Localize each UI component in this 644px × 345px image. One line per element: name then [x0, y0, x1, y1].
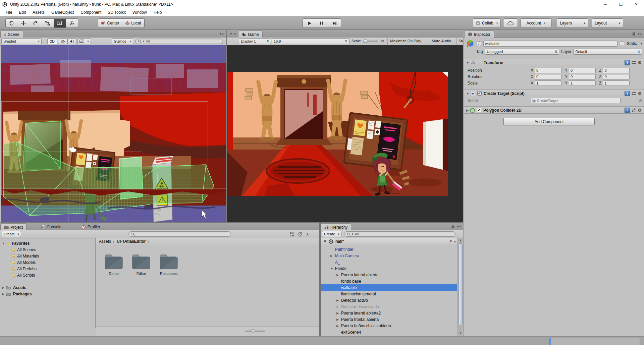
script-object-field[interactable]: CreateTarget [531, 98, 621, 103]
add-component-button[interactable]: Add Component [503, 118, 595, 125]
hierarchy-item-puerta-lateral-abierta2[interactable]: ▶Puerta lateral abierta2 [321, 310, 457, 316]
hierarchy-item-fondo[interactable]: ▼Fondo [321, 265, 457, 272]
scene-viewport[interactable] [1, 45, 226, 222]
hierarchy-item-exitscene4[interactable]: exitScene4 [321, 329, 457, 335]
favorite-item-all-scenes[interactable]: All Scenes [0, 246, 95, 253]
hand-tool-button[interactable] [5, 18, 18, 28]
pause-button[interactable] [315, 18, 328, 28]
menu-2d-toolkit[interactable]: 2D Toolkit [105, 9, 128, 15]
step-button[interactable] [328, 18, 341, 28]
scale-z-field[interactable]: 1 [603, 80, 630, 86]
folder-label[interactable]: Resources [155, 272, 182, 276]
hierarchy-item-pathfinder[interactable]: Pathfinder [321, 246, 457, 252]
close-button[interactable]: ✕ [629, 0, 644, 9]
active-checkbox[interactable]: ✓ [477, 42, 481, 46]
script-gear-icon[interactable]: ⚙ [638, 91, 642, 96]
packages-root[interactable]: ▶ Packages [0, 291, 95, 297]
folder-label[interactable]: Editor [128, 272, 155, 276]
hierarchy-item-main-camera[interactable]: ▶Main Camera [321, 252, 457, 259]
static-dropdown-arrow[interactable]: ▾ [640, 42, 642, 45]
menu-file[interactable]: File [3, 9, 15, 15]
shading-mode-dropdown[interactable]: Shaded ▾ [1, 38, 42, 44]
menu-component[interactable]: Component [77, 9, 104, 15]
hierarchy-item-walkable[interactable]: walkable [321, 284, 457, 291]
rotation-y-field[interactable]: 0 [569, 74, 596, 79]
mute-audio-toggle[interactable]: Mute Audio [432, 39, 451, 43]
menu-assets[interactable]: Assets [30, 9, 48, 15]
transform-gear-icon[interactable]: ⚙ [638, 60, 642, 65]
scroll-down-arrow[interactable]: ▼ [459, 332, 462, 335]
lock-icon[interactable] [632, 32, 636, 36]
rotation-x-field[interactable]: 0 [535, 74, 561, 79]
scroll-up-arrow[interactable]: ▲ [459, 239, 462, 242]
position-y-field[interactable]: 0 [569, 68, 596, 73]
packages-foldout-arrow[interactable]: ▶ [2, 292, 4, 296]
favorite-item-all-materials[interactable]: All Materials [0, 253, 95, 259]
minimize-button[interactable]: – [598, 0, 613, 9]
hierarchy-item-fondo-base[interactable]: fondo base [321, 278, 457, 284]
menu-gameobject[interactable]: GameObject [48, 9, 77, 15]
hierarchy-lock-icon[interactable] [451, 224, 455, 229]
play-button[interactable] [303, 18, 316, 28]
collider-gear-icon[interactable]: ⚙ [638, 108, 642, 113]
scene-search-input[interactable]: ▾ All [135, 39, 223, 44]
collider-foldout-arrow[interactable]: ▶ [466, 109, 469, 112]
scene-effects-dropdown[interactable]: ▾ [77, 38, 91, 44]
menu-window[interactable]: Window [129, 9, 150, 15]
tab-game[interactable]: Game [238, 31, 263, 38]
breadcrumb-current[interactable]: UFTAtlasEditor [117, 239, 146, 244]
space-toggle-button[interactable]: Local [122, 18, 145, 28]
menu-help[interactable]: Help [151, 9, 165, 15]
rect-tool-button[interactable] [54, 18, 66, 28]
tab-console[interactable]: Console [38, 223, 65, 230]
hierarchy-item-puerta-banos-chicas-abierta[interactable]: ▶Puerta baños chicas abierta [321, 323, 457, 329]
maximize-button[interactable]: ☐ [613, 0, 629, 9]
scene-foldout-arrow[interactable]: ▼ [323, 239, 327, 244]
2d-toggle[interactable]: 2D [47, 38, 57, 44]
collab-button[interactable]: Collab ▾ [473, 18, 500, 28]
scene-header-row[interactable]: ▼ hall* ▾≡ [321, 238, 457, 245]
script-enabled-checkbox[interactable]: ✓ [477, 91, 482, 96]
move-tool-button[interactable] [17, 18, 30, 28]
scene-panel-menu-icon[interactable]: ▾≡ [220, 32, 224, 36]
hierarchy-item-detector-activo[interactable]: ▶Detector activo [321, 297, 457, 303]
tab-profiler[interactable]: Profiler [78, 223, 104, 230]
inspector-panel-menu-icon[interactable]: ▾≡ [638, 32, 642, 36]
transform-tool-button[interactable] [66, 18, 78, 28]
hierarchy-item-puerta-lateral-abierta[interactable]: ▶Puerta lateral abierta [321, 272, 457, 278]
scene-audio-toggle[interactable] [67, 38, 77, 44]
project-grid[interactable]: Demo Editor Resources [96, 245, 319, 327]
search-by-label-icon[interactable] [298, 232, 302, 237]
project-search-input[interactable] [128, 231, 231, 237]
search-by-type-icon[interactable] [289, 232, 294, 237]
transform-foldout-arrow[interactable]: ▼ [466, 61, 469, 64]
pivot-toggle-button[interactable]: Center [98, 18, 123, 28]
layer-dropdown[interactable]: Default ⇅ [573, 49, 642, 55]
assets-root[interactable]: ▶ Assets [0, 284, 95, 291]
tab-project[interactable]: Project [0, 223, 26, 231]
rotate-tool-button[interactable] [30, 18, 42, 28]
hierarchy-create-dropdown[interactable]: Create ▾ [322, 231, 341, 237]
tab-hierarchy[interactable]: Hierarchy [321, 223, 351, 231]
hierarchy-item-puerta-frontal-abierta[interactable]: ▶Puerta frontal abierta [321, 316, 457, 323]
layers-button[interactable]: Layers ▾ [557, 18, 588, 28]
scene-lighting-toggle[interactable] [58, 38, 67, 44]
game-panel-menu-icon[interactable]: ▾≡ [230, 32, 236, 36]
object-picker-icon[interactable]: ⊙ [639, 98, 642, 103]
account-button[interactable]: Account ▾ [521, 18, 551, 28]
transform-help-icon[interactable]: ? [625, 60, 630, 65]
assets-foldout-arrow[interactable]: ▶ [2, 286, 4, 289]
position-x-field[interactable]: 0 [535, 68, 561, 73]
script-component-header[interactable]: ▼ c# ✓ Create Target (Script) ? ⚙ [464, 90, 644, 97]
scale-x-field[interactable]: 1 [535, 80, 561, 86]
display-dropdown[interactable]: Display 1 ⇅ [239, 38, 271, 44]
folder-icon[interactable] [132, 254, 151, 270]
collider-enabled-checkbox[interactable]: ✓ [477, 108, 481, 112]
folder-icon[interactable] [104, 254, 123, 270]
scene-row-menu-icon[interactable]: ▾≡ [450, 239, 456, 243]
hierarchy-item-detector-desactivado[interactable]: ▶Detector desactivado [321, 303, 457, 310]
collider-component-header[interactable]: ▶ ✓ Polygon Collider 2D ? ⚙ [464, 106, 644, 114]
static-checkbox[interactable] [620, 42, 624, 46]
tag-dropdown[interactable]: Untagged ⇅ [485, 49, 559, 55]
script-foldout-arrow[interactable]: ▼ [466, 92, 469, 95]
